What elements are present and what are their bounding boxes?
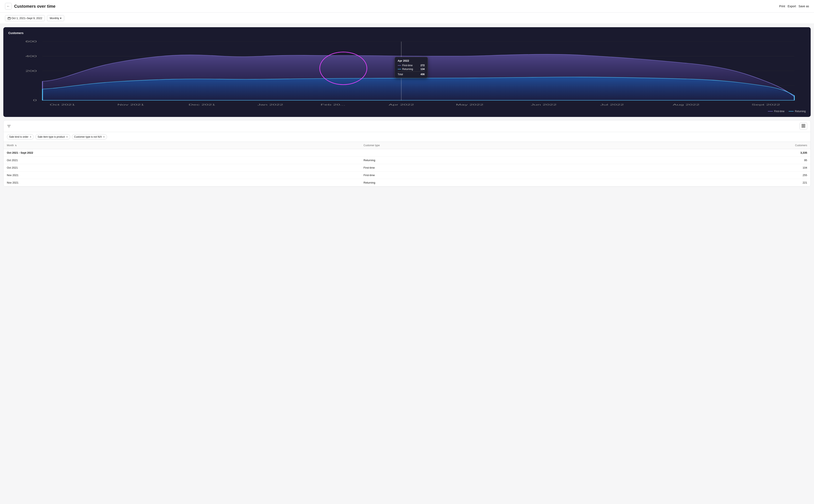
chart-container: Customers 600 400 200 0 (3, 27, 811, 117)
table-summary-row: Oct 2021 - Sept 2022 3,335 (4, 149, 810, 157)
export-button[interactable]: Export (788, 5, 796, 8)
row-0-customers: 95 (608, 157, 810, 164)
legend-firsttime-label: First-time (774, 110, 785, 113)
filter-tags: Sale kind is order × Sale item type is p… (4, 132, 810, 142)
row-0-type: Returning (360, 157, 608, 164)
filter-button[interactable] (7, 124, 11, 128)
table-row: Oct 2021 Returning 95 (4, 157, 810, 164)
page-header: ← Customers over time Print Export Save … (0, 0, 814, 13)
data-table: Month ⇅ Customer type Customers Oct 2021… (4, 142, 810, 186)
chevron-down-icon: ▾ (60, 17, 61, 20)
table-toolbar (4, 120, 810, 132)
row-1-customers: 104 (608, 164, 810, 172)
tooltip-total-label: Total (398, 73, 403, 76)
page-title: Customers over time (14, 4, 55, 9)
row-2-type: First-time (360, 172, 608, 179)
filter-tag-label-2: Customer type is not N/A (74, 135, 102, 138)
svg-text:Sept 2022: Sept 2022 (751, 103, 780, 106)
calendar-icon (8, 17, 11, 20)
table-head: Month ⇅ Customer type Customers (4, 142, 810, 149)
svg-text:400: 400 (25, 55, 37, 58)
header-right: Print Export Save as (779, 5, 809, 8)
tooltip-total-value: 406 (421, 73, 425, 76)
filter-tag-remove-2[interactable]: × (103, 135, 105, 139)
table-body: Oct 2021 - Sept 2022 3,335 Oct 2021 Retu… (4, 149, 810, 186)
toolbar: Oct 1, 2021–Sept 9, 2022 Monthly ▾ (0, 13, 814, 24)
svg-text:Jul 2022: Jul 2022 (600, 103, 624, 106)
columns-icon (802, 124, 805, 128)
row-3-customers: 221 (608, 179, 810, 186)
svg-text:Dec 2021: Dec 2021 (188, 103, 215, 106)
filter-tag-2: Customer type is not N/A × (72, 134, 107, 140)
col-month-label: Month (7, 144, 14, 147)
filter-icon (7, 124, 11, 128)
legend-firsttime: First-time (768, 110, 785, 113)
summary-customers: 3,335 (608, 149, 810, 157)
legend-firsttime-line (768, 111, 773, 112)
svg-text:Apr 2022: Apr 2022 (388, 103, 414, 106)
period-dropdown[interactable]: Monthly ▾ (47, 15, 64, 21)
svg-text:Feb 20...: Feb 20... (321, 103, 345, 106)
table-section: Sale kind is order × Sale item type is p… (3, 120, 811, 187)
tooltip-returning-value: 134 (421, 68, 425, 71)
summary-period: Oct 2021 - Sept 2022 (4, 149, 360, 157)
tooltip-row-returning: Returning 134 (398, 68, 425, 71)
print-button[interactable]: Print (779, 5, 785, 8)
chart-wrap[interactable]: 600 400 200 0 Oct 2021 Nov 202 (8, 37, 806, 108)
row-2-customers: 255 (608, 172, 810, 179)
svg-rect-29 (803, 124, 804, 128)
filter-tag-1: Sale item type is product × (35, 134, 70, 140)
tooltip-row-firsttime: First-time 272 (398, 64, 425, 67)
table-row: Nov 2021 Returning 221 (4, 179, 810, 186)
row-2-month: Nov 2021 (4, 172, 360, 179)
filter-tag-label-0: Sale kind is order (9, 135, 28, 138)
svg-text:Nov 2021: Nov 2021 (117, 103, 144, 106)
header-left: ← Customers over time (5, 3, 55, 10)
svg-rect-30 (804, 124, 805, 128)
row-1-type: First-time (360, 164, 608, 172)
chart-title: Customers (8, 31, 806, 35)
tooltip-firsttime-label: First-time (402, 64, 413, 67)
tooltip-firsttime-value: 272 (421, 64, 425, 67)
back-button[interactable]: ← (5, 3, 12, 10)
columns-button[interactable] (800, 123, 807, 130)
svg-text:Jan 2022: Jan 2022 (257, 103, 283, 106)
tooltip-date: Apr 2022 (398, 59, 425, 62)
legend-returning-label: Returning (795, 110, 806, 113)
col-customers: Customers (608, 142, 810, 149)
summary-type (360, 149, 608, 157)
filter-tag-remove-0[interactable]: × (30, 135, 31, 139)
date-range-button[interactable]: Oct 1, 2021–Sept 9, 2022 (5, 15, 45, 21)
col-customer-type: Customer type (360, 142, 608, 149)
filter-tag-label-1: Sale item type is product (38, 135, 65, 138)
svg-text:0: 0 (33, 99, 37, 102)
legend-returning-line (789, 111, 794, 112)
sort-icon-month: ⇅ (15, 144, 17, 147)
filter-tag-0: Sale kind is order × (7, 134, 34, 140)
svg-text:Jun 2022: Jun 2022 (531, 103, 557, 106)
filter-tag-remove-1[interactable]: × (66, 135, 68, 139)
table-row: Nov 2021 First-time 255 (4, 172, 810, 179)
returning-dot (398, 69, 401, 69)
svg-text:Oct 2021: Oct 2021 (50, 103, 75, 106)
save-as-button[interactable]: Save as (798, 5, 809, 8)
tooltip-total-row: Total 406 (398, 71, 425, 76)
svg-text:Aug 2022: Aug 2022 (673, 103, 700, 106)
tooltip-returning-label: Returning (402, 68, 413, 71)
table-row: Oct 2021 First-time 104 (4, 164, 810, 172)
table-header-row: Month ⇅ Customer type Customers (4, 142, 810, 149)
row-3-month: Nov 2021 (4, 179, 360, 186)
row-0-month: Oct 2021 (4, 157, 360, 164)
svg-text:600: 600 (25, 40, 37, 43)
row-3-type: Returning (360, 179, 608, 186)
chart-tooltip: Apr 2022 First-time 272 Returning 134 To… (394, 57, 428, 78)
row-1-month: Oct 2021 (4, 164, 360, 172)
svg-text:May 2022: May 2022 (456, 103, 484, 106)
svg-rect-0 (8, 17, 10, 20)
firsttime-dot (398, 65, 401, 66)
chart-legend: First-time Returning (8, 110, 806, 113)
col-month[interactable]: Month ⇅ (4, 142, 360, 149)
svg-rect-28 (802, 124, 803, 128)
legend-returning: Returning (789, 110, 806, 113)
svg-text:200: 200 (25, 69, 37, 72)
